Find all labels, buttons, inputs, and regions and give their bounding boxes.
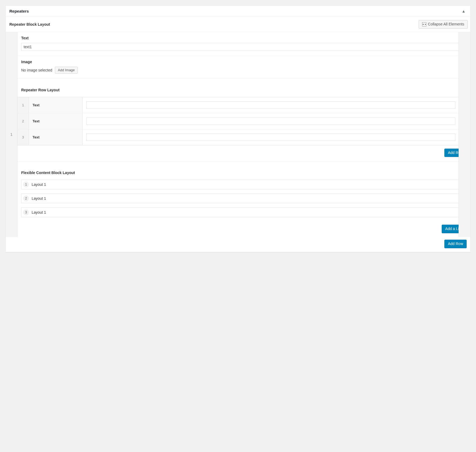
flex-content-title: Flexible Content Block Layout [21,171,75,175]
outer-add-row-button[interactable]: Add Row [444,240,467,248]
row-handle[interactable]: 2 [17,113,29,129]
row-label: Text [29,129,82,145]
flex-layout-item[interactable]: 2 Layout 1 ▼ [21,194,467,203]
row-handle[interactable]: 1 [17,97,29,113]
panel-header: Repeaters ▲ [6,6,470,17]
row-text-input[interactable] [86,101,455,109]
row-label: Text [29,97,82,113]
repeaters-panel: Repeaters ▲ Repeater Block Layout Collap… [5,5,471,252]
row-index: 1 [10,132,13,137]
flex-item-index: 3 [23,209,29,215]
field-flex-content: Flexible Content Block Layout 1 Layout 1 [17,161,470,237]
table-row: 2 Text [17,113,470,129]
row-layout-table: 1 Text 2 Text 3 Te [17,97,470,145]
table-row: 1 Text [17,97,470,113]
row-order-handle[interactable]: 1 [6,32,17,237]
section-title: Repeater Block Layout [9,22,50,27]
field-image: Image No image selected Add Image [17,56,470,79]
panel-collapse-toggle[interactable]: ▲ [460,9,467,13]
row-label: Text [29,113,82,129]
field-text-label: Text [21,36,467,40]
panel-title: Repeaters [9,9,29,13]
row-layout-title: Repeater Row Layout [21,88,59,92]
flex-layout-item[interactable]: 1 Layout 1 ▼ [21,180,467,189]
repeater-block: 1 Text Image No image selected Add Image… [6,32,470,237]
flex-item-index: 2 [23,195,29,201]
field-text: Text [17,32,470,56]
flex-item-label: Layout 1 [32,196,46,201]
field-row-layout: Repeater Row Layout 1 Text [17,79,470,161]
flex-item-label: Layout 1 [32,210,46,214]
flex-layout-item[interactable]: 3 Layout 1 ▼ [21,208,467,217]
flex-item-index: 1 [23,182,29,187]
collapse-icon [422,22,426,27]
row-text-input[interactable] [86,118,455,125]
table-row: 3 Text [17,129,470,145]
row-actions-col[interactable] [459,32,470,237]
row-body: Text Image No image selected Add Image R… [17,32,470,237]
add-image-button[interactable]: Add Image [55,67,78,74]
collapse-all-button[interactable]: Collapse All Elements [419,20,468,29]
row-handle[interactable]: 3 [17,129,29,145]
section-toolbar: Repeater Block Layout Collapse All Eleme… [6,17,470,32]
image-status-text: No image selected [21,68,52,72]
row-text-input[interactable] [86,134,455,141]
flex-item-label: Layout 1 [32,182,46,187]
text-input[interactable] [21,43,467,51]
field-image-label: Image [21,60,467,64]
collapse-all-label: Collapse All Elements [428,22,464,27]
